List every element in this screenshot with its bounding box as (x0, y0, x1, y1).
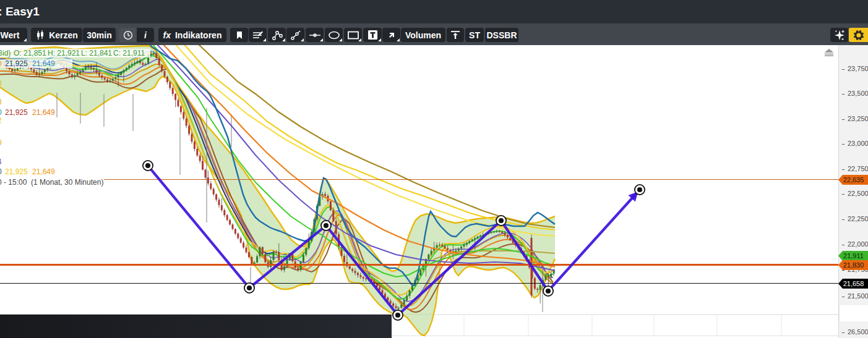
svg-text:21,925: 21,925 (5, 59, 28, 68)
svg-text:21,925: 21,925 (5, 167, 28, 176)
svg-text:3: 3 (0, 79, 2, 88)
svg-text:H: 21,921: H: 21,921 (48, 49, 80, 57)
svg-text:21,649: 21,649 (32, 108, 55, 117)
svg-text:C: 21,911: C: 21,911 (113, 49, 145, 57)
svg-text:0 - 15:00: 0 - 15:00 (0, 178, 27, 187)
svg-text:0: 0 (0, 108, 2, 117)
svg-text:0: 0 (0, 59, 2, 68)
svg-text:4: 4 (0, 158, 2, 166)
svg-text:2: 2 (0, 116, 2, 125)
svg-text:O: 21,851: O: 21,851 (14, 49, 46, 57)
svg-text:0: 0 (0, 167, 2, 176)
svg-text:21,925: 21,925 (5, 108, 28, 117)
svg-text:(1 Monat, 30 Minuten): (1 Monat, 30 Minuten) (31, 178, 103, 187)
svg-text:21,649: 21,649 (32, 167, 55, 176)
svg-text:L: 21,841: L: 21,841 (81, 49, 112, 57)
svg-text:8: 8 (0, 98, 2, 106)
svg-text:Bid): Bid) (0, 49, 11, 57)
svg-text:0: 0 (0, 138, 2, 147)
svg-text:21,649: 21,649 (32, 59, 55, 68)
